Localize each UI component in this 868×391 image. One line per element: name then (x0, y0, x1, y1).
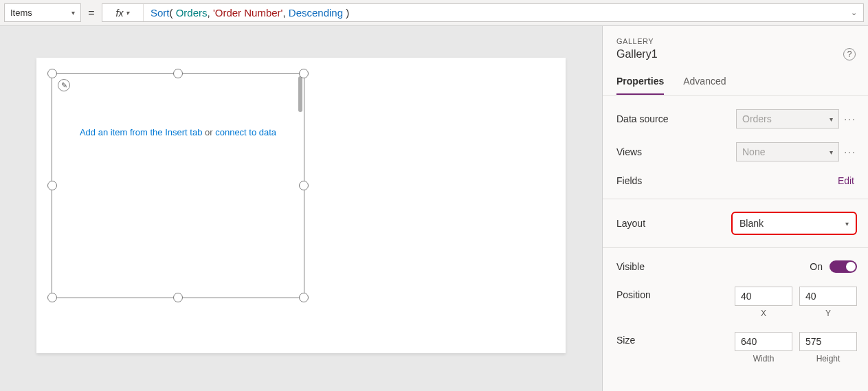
connect-data-link[interactable]: connect to data (215, 127, 276, 137)
size-height-label: Height (799, 354, 857, 364)
control-type-label: GALLERY (616, 37, 856, 45)
app-screen[interactable]: ✎ Add an item from the Insert tab or con… (36, 58, 566, 353)
fields-edit-link[interactable]: Edit (838, 175, 854, 186)
edit-pencil-icon[interactable]: ✎ (58, 79, 70, 91)
row-size: Size Width Height (603, 325, 868, 370)
resize-handle[interactable] (47, 181, 57, 190)
label-data-source: Data source (616, 113, 668, 124)
property-dropdown[interactable]: Items ▾ (4, 3, 81, 22)
views-value: None (742, 146, 765, 157)
formula-bar: Items ▾ = fx ▾ Sort( Orders, 'Order Numb… (0, 0, 868, 26)
chevron-down-icon: ▾ (830, 148, 833, 156)
canvas-area: ✎ Add an item from the Insert tab or con… (0, 26, 602, 391)
divider (603, 199, 868, 199)
data-source-dropdown[interactable]: Orders ▾ (736, 109, 839, 129)
chevron-down-icon: ▾ (71, 9, 75, 16)
chevron-down-icon: ▾ (126, 9, 129, 16)
formula-input[interactable]: Sort( Orders, 'Order Number', Descending… (144, 7, 844, 19)
layout-dropdown[interactable]: Blank ▾ (731, 212, 857, 235)
data-source-more-icon[interactable]: ··· (843, 113, 857, 124)
size-height-input[interactable] (799, 332, 857, 351)
fx-label-text: fx (116, 8, 124, 19)
layout-value: Blank (739, 218, 764, 229)
resize-handle[interactable] (173, 69, 183, 78)
label-fields: Fields (616, 175, 642, 186)
visible-state-text: On (810, 261, 823, 272)
insert-tab-link[interactable]: Add an item from the Insert tab (80, 127, 202, 137)
help-icon[interactable]: ? (843, 48, 856, 60)
resize-handle[interactable] (299, 293, 309, 302)
resize-handle[interactable] (299, 69, 309, 78)
label-visible: Visible (616, 261, 645, 272)
label-views: Views (616, 146, 642, 157)
gallery-empty-hint: Add an item from the Insert tab or conne… (52, 127, 304, 137)
size-width-label: Width (735, 354, 792, 364)
position-y-input[interactable] (799, 287, 857, 306)
row-fields: Fields Edit (603, 168, 868, 193)
gallery-scrollbar[interactable] (298, 76, 302, 112)
properties-panel: GALLERY Gallery1 ? Properties Advanced D… (602, 26, 868, 391)
hint-mid: or (202, 127, 215, 137)
position-y-label: Y (799, 309, 857, 318)
size-width-input[interactable] (735, 332, 792, 351)
panel-header: GALLERY Gallery1 ? (603, 26, 868, 60)
resize-handle[interactable] (47, 293, 57, 302)
row-layout: Layout Blank ▾ (603, 205, 868, 242)
property-dropdown-label: Items (10, 8, 32, 18)
data-source-value: Orders (742, 113, 772, 124)
panel-tabs: Properties Advanced (603, 76, 868, 96)
resize-handle[interactable] (299, 181, 309, 190)
fx-button[interactable]: fx ▾ (102, 4, 144, 21)
control-name[interactable]: Gallery1 (616, 48, 658, 60)
equals-sign: = (81, 7, 102, 19)
row-visible: Visible On (603, 254, 868, 280)
label-size: Size (616, 332, 635, 346)
gallery-control-selected[interactable]: ✎ Add an item from the Insert tab or con… (52, 73, 304, 298)
row-views: Views None ▾ ··· (603, 135, 868, 168)
label-position: Position (616, 287, 651, 300)
divider (603, 247, 868, 248)
formula-expand-button[interactable]: ⌄ (844, 8, 863, 17)
position-x-label: X (735, 309, 792, 318)
label-layout: Layout (616, 218, 645, 229)
resize-handle[interactable] (173, 293, 183, 302)
row-data-source: Data source Orders ▾ ··· (603, 102, 868, 135)
panel-body: Data source Orders ▾ ··· Views None ▾ ··… (603, 96, 868, 384)
tab-properties[interactable]: Properties (616, 76, 664, 95)
chevron-down-icon: ▾ (845, 220, 849, 227)
visible-toggle[interactable] (830, 260, 857, 273)
chevron-down-icon: ▾ (830, 115, 833, 123)
row-position: Position X Y (603, 280, 868, 325)
tab-advanced[interactable]: Advanced (683, 76, 726, 95)
formula-input-container: fx ▾ Sort( Orders, 'Order Number', Desce… (102, 3, 864, 22)
position-x-input[interactable] (735, 287, 792, 306)
resize-handle[interactable] (47, 69, 57, 78)
views-dropdown[interactable]: None ▾ (736, 142, 839, 161)
views-more-icon[interactable]: ··· (843, 146, 857, 157)
